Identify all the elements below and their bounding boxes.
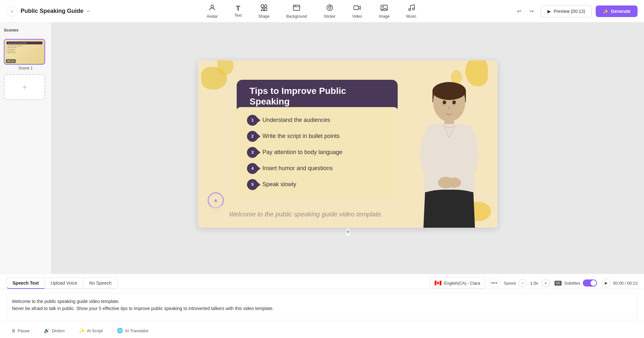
pause-button[interactable]: ⏸ Pause <box>6 325 34 336</box>
preview-button[interactable]: ▶ Preview (00:13) <box>541 5 592 17</box>
svg-point-0 <box>211 5 213 8</box>
list-item-5: 5 Speak slowly <box>247 179 387 190</box>
list-bullet-3: 3 <box>247 147 258 158</box>
toolbar-item-music[interactable]: Music <box>403 2 420 21</box>
image-icon <box>380 4 388 13</box>
text-area-section <box>0 289 644 322</box>
toolbar-item-background[interactable]: Background <box>283 2 310 21</box>
diction-icon: 🔊 <box>44 328 50 333</box>
video-icon <box>353 4 361 13</box>
playback-time: 00:00 / 00:13 <box>613 281 638 286</box>
scene-thumb-text-1: Tips to Improve Public Speaking 1. Under… <box>6 41 43 53</box>
toggle-knob <box>591 280 596 286</box>
playback-control: ▶ 00:00 / 00:13 <box>601 279 638 288</box>
list-text-1: Understand the audiences <box>262 117 330 123</box>
diction-button[interactable]: 🔊 Diction <box>39 325 69 336</box>
voice-name: English(CA) - Clara <box>444 281 480 286</box>
svg-point-10 <box>383 6 384 7</box>
avatar-icon <box>208 4 216 13</box>
svg-rect-1 <box>261 5 264 7</box>
ai-script-button[interactable]: ✨ AI Script <box>74 325 107 336</box>
bullet-arrow-5 <box>257 182 260 187</box>
subtitles-label: Subtitles <box>564 281 580 286</box>
top-bar-right: ↩ ↪ ▶ Preview (00:13) ✨ Generate <box>514 5 638 17</box>
sidebar: Scenes Tips to Improve Public Speaking 1… <box>0 23 52 274</box>
toolbar-sticker-label: Sticker <box>324 14 336 19</box>
add-scene-button[interactable]: + <box>4 74 45 100</box>
svg-rect-8 <box>354 6 358 10</box>
play-icon: ▶ <box>605 281 608 285</box>
toolbar-item-text[interactable]: T Text <box>232 3 245 20</box>
minus-icon: − <box>521 280 524 286</box>
text-icon: T <box>236 5 240 12</box>
svg-point-5 <box>327 5 333 11</box>
voice-more-button[interactable]: ••• <box>489 278 499 288</box>
speech-header: Speech Text Upload Voice No Speech 🇨🇦 En… <box>0 274 644 289</box>
speech-tab-group: Speech Text Upload Voice No Speech <box>6 278 118 289</box>
undo-redo-group: ↩ ↪ <box>514 6 537 17</box>
scene-1-name: Scene 1 <box>4 66 47 70</box>
generate-button[interactable]: ✨ Generate <box>596 5 638 17</box>
speech-textarea[interactable] <box>6 293 638 320</box>
svg-point-25 <box>453 101 454 103</box>
svg-point-19 <box>447 178 461 188</box>
main-area: Scenes Tips to Improve Public Speaking 1… <box>0 23 644 274</box>
bottom-action-bar: ⏸ Pause 🔊 Diction ✨ AI Script 🌐 AI Trans… <box>0 322 644 338</box>
list-text-3: Pay attention to body language <box>262 149 342 156</box>
list-text-4: Insert humor and questions <box>262 165 333 172</box>
toolbar-item-image[interactable]: Image <box>375 2 393 21</box>
scene-timestamp-1: 00:13 <box>6 59 16 63</box>
avatar-person[interactable] <box>404 73 494 228</box>
back-button[interactable]: ‹ <box>6 6 17 17</box>
speed-decrease-button[interactable]: − <box>518 279 527 287</box>
tab-upload-voice[interactable]: Upload Voice <box>45 278 83 289</box>
svg-point-24 <box>443 101 445 103</box>
add-scene-icon: + <box>22 83 27 92</box>
content-panel[interactable]: 1 Understand the audiences 2 Write the s… <box>237 107 398 198</box>
toolbar-video-label: Video <box>352 14 362 19</box>
deco-blob-top-mid <box>217 60 233 75</box>
collapse-button[interactable]: ▼ <box>346 228 350 236</box>
bullet-arrow-4 <box>257 166 260 171</box>
canvas-wrapper[interactable]: ▲ Tips to Improve Public Speaking 1 Unde… <box>198 60 497 228</box>
speed-control: Speed − 1.0x + <box>504 279 550 287</box>
toolbar: Avatar T Text Shape <box>109 2 514 21</box>
tab-speech-text[interactable]: Speech Text <box>6 278 45 289</box>
list-bullet-2: 2 <box>247 131 258 142</box>
list-bullet-4: 4 <box>247 163 258 174</box>
playback-play-button[interactable]: ▶ <box>601 279 611 288</box>
speed-label: Speed <box>504 281 516 286</box>
list-item-2: 2 Write the script in bullet points <box>247 131 387 142</box>
toolbar-item-video[interactable]: Video <box>349 2 365 21</box>
music-icon <box>408 4 415 13</box>
shape-icon <box>260 4 268 13</box>
speed-value: 1.0x <box>529 281 539 286</box>
flag-icon: 🇨🇦 <box>434 279 441 287</box>
canvas-area: ▲ Tips to Improve Public Speaking 1 Unde… <box>52 23 644 274</box>
generate-label: Generate <box>611 9 630 14</box>
redo-button[interactable]: ↪ <box>526 6 537 17</box>
bullet-arrow-2 <box>257 134 260 139</box>
scene-thumb-1[interactable]: Tips to Improve Public Speaking 1. Under… <box>4 39 45 65</box>
ai-script-label: AI Script <box>87 328 103 333</box>
ai-translator-button[interactable]: 🌐 AI Translator <box>112 325 153 336</box>
speed-increase-button[interactable]: + <box>542 279 550 287</box>
subtitle-text: Welcome to the public speaking guide vid… <box>229 211 383 218</box>
pause-label: Pause <box>18 328 30 333</box>
toolbar-item-shape[interactable]: Shape <box>255 2 273 21</box>
svg-rect-3 <box>264 8 267 11</box>
voice-selector[interactable]: 🇨🇦 English(CA) - Clara <box>430 277 485 289</box>
svg-point-11 <box>409 9 411 11</box>
tab-no-speech[interactable]: No Speech <box>83 278 118 289</box>
list-item-4: 4 Insert humor and questions <box>247 163 387 174</box>
top-bar: ‹ Public Speaking Guide ✏ Avatar T Text <box>0 0 644 23</box>
toolbar-item-sticker[interactable]: Sticker <box>320 2 339 21</box>
subtitles-toggle[interactable] <box>583 279 597 287</box>
subtitles-control: CC Subtitles <box>554 279 597 287</box>
edit-icon[interactable]: ✏ <box>87 9 90 14</box>
preview-label: Preview (00:13) <box>554 9 585 14</box>
undo-button[interactable]: ↩ <box>514 6 525 17</box>
toolbar-item-avatar[interactable]: Avatar <box>204 2 221 21</box>
plus-icon: + <box>545 280 547 286</box>
cc-badge: CC <box>554 281 562 286</box>
